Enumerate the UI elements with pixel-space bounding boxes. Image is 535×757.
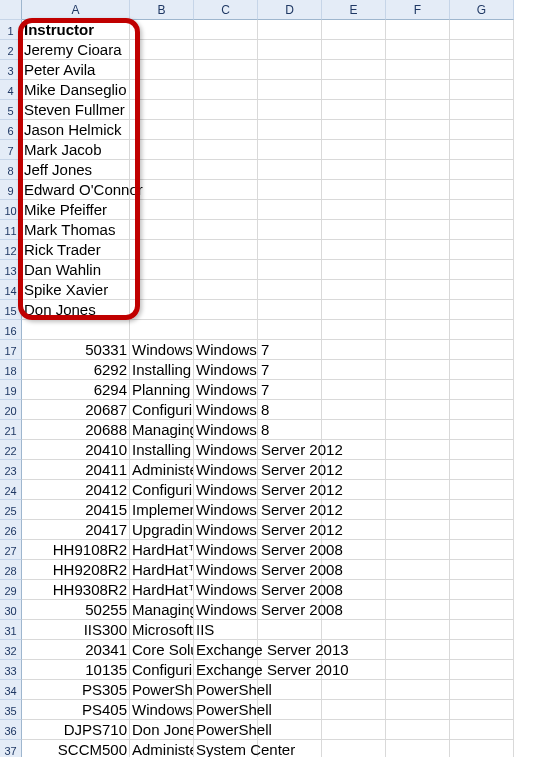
cell-A20[interactable]: 20687	[22, 400, 130, 420]
cell-G18[interactable]	[450, 360, 514, 380]
cell-B33[interactable]: Configurin	[130, 660, 194, 680]
cell-A33[interactable]: 10135	[22, 660, 130, 680]
cell-F22[interactable]	[386, 440, 450, 460]
cell-C27[interactable]: Windows Server 2008	[194, 540, 258, 560]
cell-F19[interactable]	[386, 380, 450, 400]
col-header-B[interactable]: B	[130, 0, 194, 20]
cell-F9[interactable]	[386, 180, 450, 200]
row-header-9[interactable]: 9	[0, 180, 22, 200]
row-header-12[interactable]: 12	[0, 240, 22, 260]
cell-B8[interactable]	[130, 160, 194, 180]
cell-E5[interactable]	[322, 100, 386, 120]
cell-F21[interactable]	[386, 420, 450, 440]
cell-C29[interactable]: Windows Server 2008	[194, 580, 258, 600]
cell-C3[interactable]	[194, 60, 258, 80]
cell-F17[interactable]	[386, 340, 450, 360]
cell-B2[interactable]	[130, 40, 194, 60]
cell-G36[interactable]	[450, 720, 514, 740]
row-header-22[interactable]: 22	[0, 440, 22, 460]
cell-F4[interactable]	[386, 80, 450, 100]
cell-E18[interactable]	[322, 360, 386, 380]
cell-B17[interactable]: Windows	[130, 340, 194, 360]
cell-B36[interactable]: Don Jones	[130, 720, 194, 740]
cell-E37[interactable]	[322, 740, 386, 757]
col-header-F[interactable]: F	[386, 0, 450, 20]
cell-G2[interactable]	[450, 40, 514, 60]
row-header-11[interactable]: 11	[0, 220, 22, 240]
cell-E8[interactable]	[322, 160, 386, 180]
cell-A2[interactable]: Jeremy Cioara	[22, 40, 130, 60]
cell-B3[interactable]	[130, 60, 194, 80]
cell-E10[interactable]	[322, 200, 386, 220]
cell-F6[interactable]	[386, 120, 450, 140]
row-header-10[interactable]: 10	[0, 200, 22, 220]
cell-E14[interactable]	[322, 280, 386, 300]
cell-E19[interactable]	[322, 380, 386, 400]
row-header-29[interactable]: 29	[0, 580, 22, 600]
row-header-23[interactable]: 23	[0, 460, 22, 480]
cell-C32[interactable]: Exchange Server 2013	[194, 640, 258, 660]
cell-A31[interactable]: IIS300	[22, 620, 130, 640]
cell-B14[interactable]	[130, 280, 194, 300]
cell-C11[interactable]	[194, 220, 258, 240]
cell-C9[interactable]	[194, 180, 258, 200]
cell-D2[interactable]	[258, 40, 322, 60]
cell-D8[interactable]	[258, 160, 322, 180]
cell-C22[interactable]: Windows Server 2012	[194, 440, 258, 460]
cell-E3[interactable]	[322, 60, 386, 80]
cell-G34[interactable]	[450, 680, 514, 700]
cell-C7[interactable]	[194, 140, 258, 160]
cell-B16[interactable]	[130, 320, 194, 340]
cell-G9[interactable]	[450, 180, 514, 200]
cell-A21[interactable]: 20688	[22, 420, 130, 440]
cell-G15[interactable]	[450, 300, 514, 320]
cell-A28[interactable]: HH9208R2	[22, 560, 130, 580]
cell-C13[interactable]	[194, 260, 258, 280]
cell-G16[interactable]	[450, 320, 514, 340]
cell-G17[interactable]	[450, 340, 514, 360]
cell-C24[interactable]: Windows Server 2012	[194, 480, 258, 500]
cell-A30[interactable]: 50255	[22, 600, 130, 620]
cell-E9[interactable]	[322, 180, 386, 200]
cell-B13[interactable]	[130, 260, 194, 280]
cell-C35[interactable]: PowerShell	[194, 700, 258, 720]
row-header-6[interactable]: 6	[0, 120, 22, 140]
cell-A22[interactable]: 20410	[22, 440, 130, 460]
cell-A24[interactable]: 20412	[22, 480, 130, 500]
cell-D3[interactable]	[258, 60, 322, 80]
cell-G19[interactable]	[450, 380, 514, 400]
cell-D1[interactable]	[258, 20, 322, 40]
cell-G11[interactable]	[450, 220, 514, 240]
cell-A26[interactable]: 20417	[22, 520, 130, 540]
cell-C23[interactable]: Windows Server 2012	[194, 460, 258, 480]
cell-E20[interactable]	[322, 400, 386, 420]
cell-C17[interactable]: Windows 7	[194, 340, 258, 360]
cell-F15[interactable]	[386, 300, 450, 320]
cell-E36[interactable]	[322, 720, 386, 740]
row-header-5[interactable]: 5	[0, 100, 22, 120]
cell-B15[interactable]	[130, 300, 194, 320]
cell-D10[interactable]	[258, 200, 322, 220]
cell-C16[interactable]	[194, 320, 258, 340]
cell-F3[interactable]	[386, 60, 450, 80]
cell-A32[interactable]: 20341	[22, 640, 130, 660]
cell-D5[interactable]	[258, 100, 322, 120]
cell-B5[interactable]	[130, 100, 194, 120]
row-header-17[interactable]: 17	[0, 340, 22, 360]
cell-G24[interactable]	[450, 480, 514, 500]
cell-C15[interactable]	[194, 300, 258, 320]
cell-D31[interactable]	[258, 620, 322, 640]
cell-C30[interactable]: Windows Server 2008	[194, 600, 258, 620]
row-header-1[interactable]: 1	[0, 20, 22, 40]
row-header-28[interactable]: 28	[0, 560, 22, 580]
cell-C10[interactable]	[194, 200, 258, 220]
cell-B27[interactable]: HardHat™	[130, 540, 194, 560]
cell-B25[interactable]: Implemen	[130, 500, 194, 520]
cell-F37[interactable]	[386, 740, 450, 757]
cell-E11[interactable]	[322, 220, 386, 240]
row-header-35[interactable]: 35	[0, 700, 22, 720]
cell-C26[interactable]: Windows Server 2012	[194, 520, 258, 540]
cell-G33[interactable]	[450, 660, 514, 680]
cell-F25[interactable]	[386, 500, 450, 520]
cell-A18[interactable]: 6292	[22, 360, 130, 380]
